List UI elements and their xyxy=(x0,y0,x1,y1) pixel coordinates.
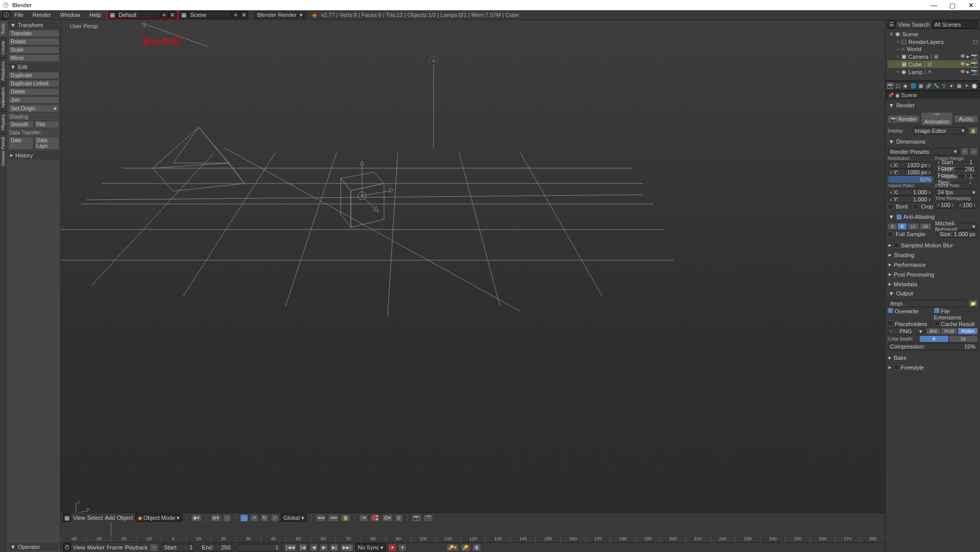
manip-rotate-icon[interactable]: ↻ xyxy=(260,514,269,522)
lock-layers-icon[interactable]: 🔒 xyxy=(341,514,350,522)
outliner-view[interactable]: View xyxy=(898,21,910,28)
panel-bake[interactable]: ▸Bake xyxy=(887,353,979,362)
remap-old[interactable]: ‹ 100 › xyxy=(935,201,956,209)
menu-window[interactable]: Window xyxy=(56,11,84,19)
preset-add-icon[interactable]: + xyxy=(961,148,969,155)
outliner-row[interactable]: ○▦Cube | ▦👁▸📷 xyxy=(888,60,978,68)
outliner-row[interactable]: ⊖◉Scene xyxy=(888,30,978,38)
panel-render[interactable]: ▼Render xyxy=(887,101,979,109)
outliner-row[interactable]: ○▢RenderLayers▢ xyxy=(888,38,978,45)
compression-slider[interactable]: Compression:15% xyxy=(888,343,978,350)
layout-delete-button[interactable]: ✕ xyxy=(169,11,177,19)
aspect-y-field[interactable]: ‹ Y:1.000 › xyxy=(888,196,933,203)
panel-transform[interactable]: ▼Transform xyxy=(8,21,59,29)
fileext-check[interactable] xyxy=(934,308,940,313)
scale-button[interactable]: Scale xyxy=(8,46,59,54)
3d-menu-select[interactable]: Select xyxy=(87,515,103,521)
pivot-icon[interactable]: ⊕▾ xyxy=(210,514,221,522)
outliner-row[interactable]: ○▣Camera | ▣👁▸📷 xyxy=(888,53,978,60)
prop-tab-object-icon[interactable]: ▦ xyxy=(917,82,924,89)
aa-size-field[interactable]: Size:1.000 px xyxy=(937,231,978,238)
scene-browse-icon[interactable]: ▦ xyxy=(180,11,188,19)
duplicate-button[interactable]: Duplicate xyxy=(8,72,59,79)
sync-selector[interactable]: No Sync ▾ xyxy=(355,543,387,551)
mb-check[interactable] xyxy=(894,242,899,248)
browse-path-icon[interactable]: 📁 xyxy=(968,300,978,307)
join-button[interactable]: Join xyxy=(8,96,59,104)
mirror-button[interactable]: Mirror xyxy=(8,54,59,62)
panel-operator[interactable]: ▼Operator xyxy=(8,543,59,551)
play-reverse-icon[interactable]: ◀ xyxy=(309,544,318,551)
outliner-search[interactable]: Search xyxy=(912,21,930,28)
lock-render-icon[interactable]: 🔒 xyxy=(968,127,978,134)
set-origin-button[interactable]: Set Origin▾ xyxy=(8,104,59,112)
res-y-field[interactable]: ‹ Y:1080 px › xyxy=(888,169,933,176)
tab-greasepencil[interactable]: Grease Pencil xyxy=(0,133,7,169)
audio-button[interactable]: Audio xyxy=(954,115,978,123)
maximize-button[interactable]: ▢ xyxy=(945,2,960,9)
cache-check[interactable] xyxy=(934,320,940,326)
outliner-row[interactable]: ○○World xyxy=(888,45,978,53)
panel-dimensions[interactable]: ▼Dimensions xyxy=(887,137,979,146)
panel-shading[interactable]: ▸Shading xyxy=(887,250,979,259)
start-frame-field[interactable]: Start:1 xyxy=(160,544,196,551)
current-frame-field[interactable]: 1 xyxy=(236,544,282,551)
prop-tab-particles-icon[interactable]: ✦ xyxy=(963,82,970,89)
scene-selector[interactable]: Scene xyxy=(188,11,232,19)
render-engine-selector[interactable]: Blender Render▾ xyxy=(253,11,307,19)
tl-menu-playback[interactable]: Playback xyxy=(125,544,148,550)
freestyle-check[interactable] xyxy=(894,364,899,370)
jump-end-icon[interactable]: ▶▶| xyxy=(341,544,353,551)
layout-add-button[interactable]: + xyxy=(160,11,169,19)
scene-delete-button[interactable]: ✕ xyxy=(240,11,248,19)
panel-metadata[interactable]: ▸Metadata xyxy=(887,280,979,288)
smooth-button[interactable]: Smooth xyxy=(8,121,34,128)
play-icon[interactable]: ▶ xyxy=(320,544,328,551)
properties-breadcrumb[interactable]: 📌 ◉ Scene xyxy=(886,91,980,99)
border-check[interactable] xyxy=(888,204,893,210)
fps-selector[interactable]: 24 fps▾ xyxy=(935,189,978,196)
editor-type-outliner-icon[interactable]: ☰ xyxy=(888,20,896,29)
placeholders-check[interactable] xyxy=(888,320,893,326)
flat-button[interactable]: Flat xyxy=(34,121,60,128)
layers-button-group[interactable]: ▪▫▫▫▫ ▫▫▫▫▫ xyxy=(316,514,326,522)
snap-target-icon[interactable]: ⊙ xyxy=(395,514,403,522)
prop-tab-world-icon[interactable]: 🌐 xyxy=(910,82,917,89)
menu-render[interactable]: Render xyxy=(29,11,55,19)
panel-edit[interactable]: ▼Edit xyxy=(8,63,59,71)
panel-antialiasing[interactable]: ▼Anti-Aliasing xyxy=(887,213,979,221)
panel-freestyle[interactable]: ▸Freestyle xyxy=(887,363,979,372)
opengl-render-icon[interactable]: 📷 xyxy=(412,514,421,522)
editor-type-info-icon[interactable]: ⓘ xyxy=(2,11,10,19)
duplicate-linked-button[interactable]: Duplicate Linked xyxy=(8,80,59,87)
display-selector[interactable]: Image Editor▾ xyxy=(912,127,967,134)
tl-menu-view[interactable]: View xyxy=(73,544,85,550)
animation-button[interactable]: 🎬 Animation xyxy=(921,112,953,126)
keyframe-prev-icon[interactable]: |◀ xyxy=(299,544,307,551)
outliner-row[interactable]: ○◉Lamp | ✦👁▸📷 xyxy=(888,68,978,76)
shading-mode-icon[interactable]: ◉▾ xyxy=(191,514,202,522)
tab-animation[interactable]: Animation xyxy=(0,84,7,111)
snap-type-icon[interactable]: ⊡▾ xyxy=(382,514,393,522)
tab-relations[interactable]: Relations xyxy=(0,58,7,84)
keyframe-next-icon[interactable]: ▶| xyxy=(330,544,339,551)
prop-tab-renderlayers-icon[interactable]: ▢ xyxy=(894,82,901,89)
tab-physics[interactable]: Physics xyxy=(0,111,7,133)
opengl-anim-icon[interactable]: 🎬 xyxy=(423,514,433,522)
snap-icon[interactable]: 🧲 xyxy=(370,514,380,522)
3d-viewport[interactable]: User Persp 默认布局 xyxy=(61,20,885,552)
layers-button-group2[interactable]: ▫▫▫▫▫ ▫▫▫▫▫ xyxy=(328,514,338,522)
prop-tab-scene-icon[interactable]: ◉ xyxy=(902,82,909,89)
render-preset-selector[interactable]: Render Presets▾ xyxy=(888,148,960,155)
panel-postprocessing[interactable]: ▸Post Processing xyxy=(887,270,979,279)
prop-tab-constraints-icon[interactable]: 🔗 xyxy=(925,82,932,89)
3d-menu-add[interactable]: Add xyxy=(105,515,115,521)
proportional-edit-icon[interactable]: ○▾ xyxy=(359,514,368,522)
panel-motionblur[interactable]: ▸Sampled Motion Blur xyxy=(887,241,979,249)
overwrite-check[interactable] xyxy=(888,308,893,313)
delete-keyframe-icon[interactable]: 🗑 xyxy=(472,544,481,551)
close-button[interactable]: ✕ xyxy=(964,2,978,9)
panel-output[interactable]: ▼Output xyxy=(887,289,979,297)
rotate-button[interactable]: Rotate xyxy=(8,38,59,45)
prop-tab-render-icon[interactable]: 📷 xyxy=(887,82,894,89)
